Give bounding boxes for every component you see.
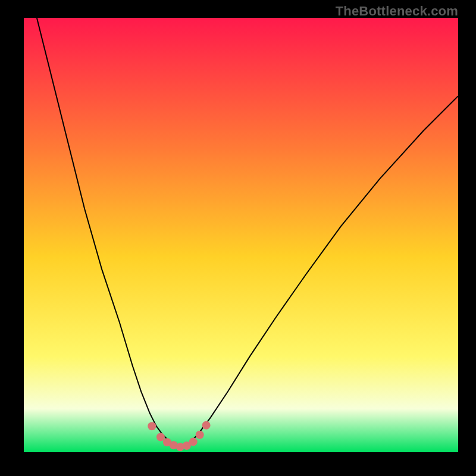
highlight-marker — [148, 422, 156, 430]
watermark-text: TheBottleneck.com — [336, 4, 458, 19]
curve-layer — [24, 18, 458, 452]
marker-group — [148, 421, 210, 452]
highlight-marker — [202, 421, 211, 430]
highlight-marker — [196, 431, 204, 439]
bottleneck-curve-right — [182, 96, 458, 447]
bottleneck-curve-left — [37, 18, 183, 448]
highlight-marker — [189, 438, 198, 446]
chart-frame: TheBottleneck.com — [0, 0, 476, 476]
highlight-marker — [156, 433, 165, 441]
plot-area — [24, 18, 458, 452]
